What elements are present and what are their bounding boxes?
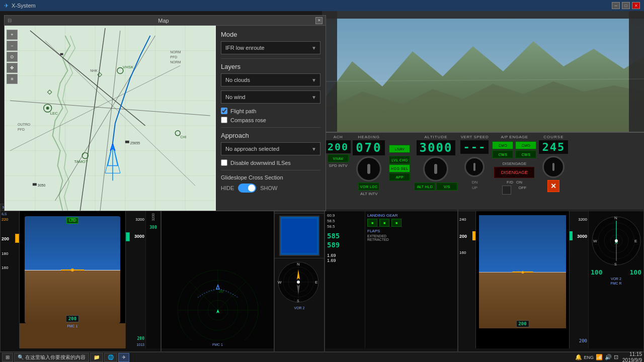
app-button[interactable]: APP — [389, 173, 410, 181]
search-placeholder-text: 在这里输入你要搜索的内容 — [25, 354, 86, 361]
network-icon[interactable]: 📶 — [596, 354, 603, 360]
eng-label[interactable]: ENG — [584, 355, 594, 360]
compass-rose-checkbox[interactable] — [221, 117, 227, 123]
pan-button[interactable]: ✥ — [7, 63, 18, 73]
right-speed-area: 3200 300 — [145, 211, 160, 348]
close-button[interactable]: ✕ — [632, 2, 640, 9]
right-nav-display: LANDING GEAR ■ ■ ■ FLAPS EXTENDED RETRAC… — [365, 211, 457, 348]
speed-tape: ILS 220 200 180 160 — [1, 211, 20, 348]
disable-ilses-label[interactable]: Disable downwind ILSes — [230, 160, 291, 166]
flight-path-checkbox[interactable] — [221, 108, 227, 114]
clouds-dropdown[interactable]: No clouds — [221, 73, 320, 86]
vs-knob[interactable] — [464, 157, 485, 177]
course-knob[interactable] — [542, 156, 565, 178]
show-label: SHOW — [260, 185, 277, 191]
vnav-button[interactable]: VNAV — [328, 154, 349, 162]
lvl-chg-button[interactable]: LVL CHG — [389, 156, 410, 164]
center-instruments: s1209 1x1209 TRK 070 MAG 20 — [161, 204, 274, 352]
layers-tool-button[interactable]: ≡ — [7, 74, 18, 84]
speed-display: 200 — [326, 140, 351, 153]
vs-button[interactable]: V/S — [436, 183, 457, 191]
dn-label: DN — [472, 180, 478, 185]
approach-title: Approach — [221, 132, 320, 139]
taskbar-explorer-icon[interactable]: 📁 — [90, 353, 103, 362]
zoom-in-button[interactable]: + — [7, 30, 18, 40]
disable-ilses-checkbox[interactable] — [221, 159, 227, 166]
svg-rect-7 — [5, 26, 215, 211]
svg-text:N: N — [614, 216, 617, 220]
svg-text:3050: 3050 — [38, 184, 46, 187]
vor2-area: N E S W VOR 2 — [275, 258, 324, 311]
maximize-button[interactable]: □ — [622, 2, 630, 9]
svg-text:N: N — [297, 262, 300, 266]
speed-indicator-bar — [15, 234, 19, 243]
notification-icon[interactable]: 🔔 — [575, 354, 582, 360]
flight-path-row: Flight path — [221, 108, 320, 114]
altitude-knob[interactable] — [423, 156, 448, 182]
fr-speed-160: 160 — [459, 250, 466, 255]
off-label: OFF — [518, 186, 526, 195]
svg-text:VHSK: VHSK — [123, 65, 134, 69]
wind-dropdown[interactable]: No wind — [221, 90, 320, 104]
alt-hld-button[interactable]: ALT HLD — [414, 183, 435, 191]
heading-section: HEADING 070 VOR LOC ALT INTV — [353, 135, 385, 196]
fr-alt-3000: 3000 — [577, 234, 587, 239]
fr-speed-bar — [472, 231, 475, 240]
svg-rect-4 — [629, 11, 644, 132]
svg-rect-48 — [60, 53, 63, 55]
flaps-label: FLAPS — [367, 229, 455, 233]
explorer-icon: 📁 — [94, 354, 100, 360]
horizon-display: 200 CMD — [25, 216, 120, 323]
cws-left-button[interactable]: CWS — [492, 150, 513, 158]
lower-efis-area: FMC 1 — [20, 323, 125, 348]
disengage-button[interactable]: DISENGAGE — [494, 167, 534, 178]
center-button[interactable]: ⊙ — [7, 52, 18, 62]
taskbar-browser-icon[interactable]: 🌐 — [104, 353, 117, 362]
gear-2: ■ — [379, 219, 389, 227]
cockpit-view — [322, 11, 644, 132]
approach-dropdown[interactable]: No approach selected — [221, 142, 320, 155]
hide-label: HIDE — [221, 185, 234, 191]
vor-loc-button[interactable]: VOR LOC — [358, 183, 379, 191]
svg-text:CHI: CHI — [180, 135, 186, 139]
svg-rect-46 — [33, 183, 37, 186]
svg-point-89 — [615, 239, 618, 242]
retracted-label: RETRACTED — [367, 238, 455, 241]
fr-speed-tape: 240 200 160 — [458, 211, 476, 348]
map-close-button[interactable]: ✕ — [315, 17, 323, 24]
taskbar-clock[interactable]: 11:15 2019/9/9 — [622, 351, 642, 363]
svg-line-59 — [190, 282, 218, 310]
speed-values-col: 60.9 58.5 58.5 585 589 1.69 1.69 — [325, 211, 365, 348]
cws-right-button[interactable]: CWS — [515, 150, 536, 158]
cmd-left-button[interactable]: CMD — [492, 141, 513, 149]
svg-text:LEC: LEC — [50, 111, 58, 116]
lnav-button[interactable]: LNAV — [389, 145, 410, 153]
cmd-right-button[interactable]: CMD — [515, 141, 536, 149]
start-button[interactable]: ⊞ — [2, 353, 13, 362]
map-resize-icon[interactable]: ⊟ — [8, 18, 12, 23]
disable-ilses-row: Disable downwind ILSes — [221, 159, 320, 166]
search-bar[interactable]: 🔍 在这里输入你要搜索的内容 — [14, 353, 89, 362]
mode-dropdown[interactable]: IFR low enroute — [221, 41, 320, 54]
compass-rose-label[interactable]: Compass rose — [230, 117, 266, 123]
glideslope-toggle[interactable] — [238, 184, 256, 193]
taskbar-xplane-icon[interactable]: ✈ — [118, 353, 129, 362]
landing-gear-label: LANDING GEAR — [367, 213, 455, 218]
hdg-sel-button[interactable]: HDG SEL — [389, 164, 410, 172]
svg-marker-64 — [216, 309, 219, 313]
volume-icon[interactable]: 🔊 — [605, 354, 612, 360]
fdo-label: F/D — [507, 180, 513, 185]
heading-box: 200 — [66, 315, 79, 322]
minimize-button[interactable]: ─ — [612, 2, 620, 9]
fr-main-efis: 200 — [476, 211, 569, 348]
flight-path-label[interactable]: Flight path — [230, 108, 256, 114]
alt-3000-ind: 3000 — [134, 234, 144, 239]
main-efis: 200 CMD FMC 1 — [20, 211, 125, 348]
right-speed-label: 3200 — [151, 213, 155, 221]
right-nav-instruments: TAK CRZ SMG 1 60.9 58.5 58.5 585 589 1.6… — [325, 204, 458, 352]
heading-knob[interactable] — [356, 156, 381, 182]
zoom-out-button[interactable]: − — [7, 41, 18, 51]
fr-speed-240: 240 — [459, 217, 466, 222]
vor2-svg: N E S W — [276, 259, 321, 305]
fr-vor2-area: N E S W 100 100 VOR 2 FMC R — [588, 211, 643, 348]
